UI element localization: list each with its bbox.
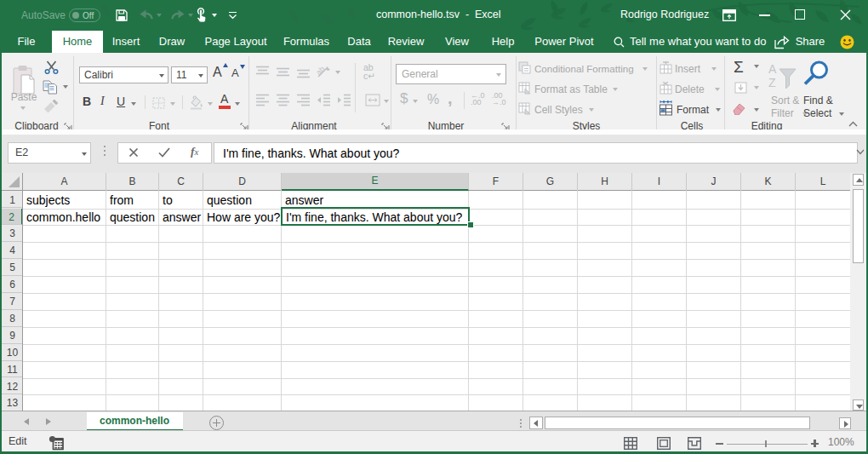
svg-text:ab: ab: [317, 65, 326, 77]
svg-text:A: A: [768, 62, 777, 76]
svg-text:Z: Z: [768, 76, 776, 89]
